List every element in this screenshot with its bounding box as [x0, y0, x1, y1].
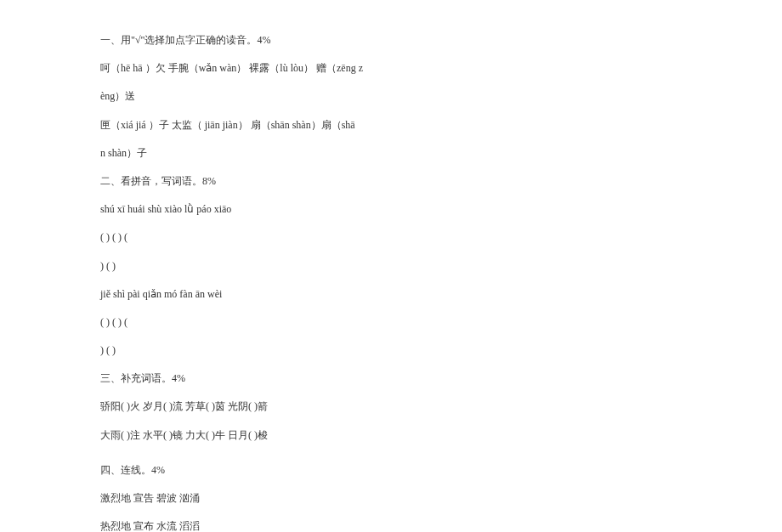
- q2-blanks1a: ( ) ( ) (: [100, 229, 682, 246]
- q1-line2b: n shàn）子: [100, 145, 682, 161]
- q1-line1: 呵（hē hā ）欠 手腕（wǎn wàn） 裸露（lù lòu） 赠（zēng…: [100, 60, 682, 76]
- q1-line1b: èng）送: [100, 88, 682, 105]
- q4-line1: 激烈地 宣告 碧波 汹涌: [100, 490, 682, 507]
- section-4-title: 四、连线。4%: [100, 462, 682, 478]
- q2-blanks1b: ) ( ): [100, 258, 682, 274]
- q3-line1: 骄阳( )火 岁月( )流 芳草( )茵 光阴( )箭: [100, 399, 682, 415]
- q1-line2: 匣（xiá jiá ）子 太监（ jiān jiàn） 扇（shān shàn）…: [100, 117, 682, 133]
- q2-pinyin1: shú xī huái shù xiào lǜ páo xiāo: [100, 201, 682, 218]
- q2-blanks2a: ( ) ( ) (: [100, 314, 682, 331]
- q4-line2: 热烈地 宣布 水流 滔滔: [100, 518, 682, 532]
- q2-blanks2b: ) ( ): [100, 342, 682, 359]
- q2-pinyin2: jiě shì pài qiǎn mó fàn ān wèi: [100, 286, 682, 303]
- section-3-title: 三、补充词语。4%: [100, 371, 682, 387]
- section-2-title: 二、看拼音，写词语。8%: [100, 173, 682, 190]
- q3-line2: 大雨( )注 水平( )镜 力大( )牛 日月( )梭: [100, 427, 682, 444]
- section-1-title: 一、用"√"选择加点字正确的读音。4%: [100, 32, 682, 48]
